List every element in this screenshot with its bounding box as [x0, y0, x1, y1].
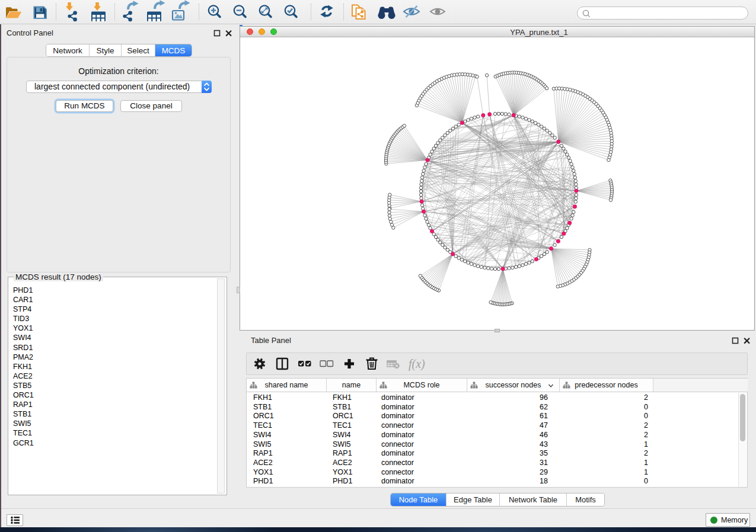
svg-text:f(x): f(x): [409, 357, 425, 371]
